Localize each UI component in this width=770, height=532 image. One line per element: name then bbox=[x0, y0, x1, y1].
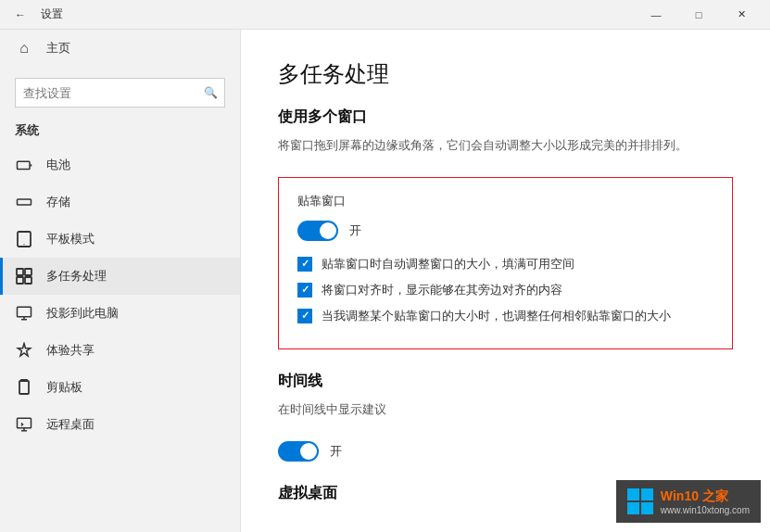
titlebar: ← 设置 — □ ✕ bbox=[0, 0, 770, 30]
subtitle-multiwindow: 使用多个窗口 bbox=[278, 108, 733, 127]
sidebar-item-project[interactable]: 投影到此电脑 bbox=[0, 295, 240, 332]
sidebar-item-remote-label: 远程桌面 bbox=[46, 416, 95, 433]
watermark-brand-suffix: 之家 bbox=[702, 488, 728, 503]
sidebar-item-tablet[interactable]: 平板模式 bbox=[0, 221, 240, 258]
sidebar-item-project-label: 投影到此电脑 bbox=[46, 305, 119, 322]
svg-rect-11 bbox=[18, 418, 32, 428]
back-button[interactable]: ← bbox=[7, 2, 33, 28]
snap-checkbox-input-2[interactable]: ✓ bbox=[297, 283, 312, 298]
watermark-brand-main: Win10 bbox=[661, 488, 699, 503]
watermark-url: www.win10xtong.com bbox=[661, 505, 750, 515]
sidebar-item-clipboard-label: 剪贴板 bbox=[46, 379, 82, 396]
win-tile-3 bbox=[627, 502, 639, 514]
svg-rect-10 bbox=[19, 381, 29, 394]
checkmark-1: ✓ bbox=[301, 258, 309, 270]
sidebar-item-multitask-label: 多任务处理 bbox=[46, 268, 107, 285]
snap-toggle-knob bbox=[320, 222, 336, 239]
win-tile-2 bbox=[641, 488, 653, 500]
close-button[interactable]: ✕ bbox=[720, 0, 763, 30]
sidebar-item-multitask[interactable]: 多任务处理 bbox=[0, 258, 240, 295]
restore-button[interactable]: □ bbox=[677, 0, 720, 30]
windows-logo bbox=[627, 488, 653, 514]
content-area: 多任务处理 使用多个窗口 将窗口拖到屏幕的边缘或角落，它们会自动调整大小以形成完… bbox=[241, 30, 770, 532]
minimize-button[interactable]: — bbox=[635, 0, 677, 30]
snap-section: 贴靠窗口 开 ✓ 贴靠窗口时自动调整窗口的大小，填满可用空间 ✓ 将窗口对齐时，… bbox=[278, 177, 733, 350]
snap-checkbox-label-1: 贴靠窗口时自动调整窗口的大小，填满可用空间 bbox=[322, 256, 574, 272]
sidebar-section-title: 系统 bbox=[0, 119, 240, 146]
main-layout: ⌂ 主页 🔍 系统 电池 存储 bbox=[0, 30, 770, 532]
snap-checkbox-3: ✓ 当我调整某个贴靠窗口的大小时，也调整任何相邻贴靠窗口的大小 bbox=[297, 308, 713, 324]
sidebar-item-battery[interactable]: 电池 bbox=[0, 146, 240, 184]
snap-toggle-row: 开 bbox=[297, 221, 713, 241]
subtitle-timeline: 时间线 bbox=[278, 372, 733, 391]
timeline-toggle[interactable] bbox=[278, 441, 319, 462]
tablet-icon bbox=[15, 230, 33, 248]
project-icon bbox=[15, 304, 33, 323]
sidebar-home-label: 主页 bbox=[46, 40, 70, 57]
sidebar: ⌂ 主页 🔍 系统 电池 存储 bbox=[0, 30, 241, 532]
desc-timeline: 在时间线中显示建议 bbox=[278, 400, 733, 419]
home-icon: ⌂ bbox=[15, 39, 33, 57]
snap-checkbox-label-2: 将窗口对齐时，显示能够在其旁边对齐的内容 bbox=[322, 282, 562, 298]
timeline-toggle-label: 开 bbox=[330, 443, 342, 460]
sidebar-item-clipboard[interactable]: 剪贴板 bbox=[0, 369, 240, 406]
titlebar-left: ← 设置 bbox=[7, 2, 635, 28]
search-icon: 🔍 bbox=[204, 86, 218, 99]
sidebar-item-storage-label: 存储 bbox=[46, 194, 70, 210]
svg-rect-9 bbox=[18, 307, 32, 317]
snap-checkbox-label-3: 当我调整某个贴靠窗口的大小时，也调整任何相邻贴靠窗口的大小 bbox=[322, 308, 671, 324]
titlebar-title: 设置 bbox=[41, 6, 63, 22]
battery-icon bbox=[15, 156, 33, 174]
experience-icon bbox=[15, 341, 33, 360]
watermark: Win10 之家 www.win10xtong.com bbox=[616, 480, 761, 523]
timeline-toggle-row: 开 bbox=[278, 441, 733, 462]
watermark-text-block: Win10 之家 www.win10xtong.com bbox=[661, 488, 750, 515]
timeline-section: 时间线 在时间线中显示建议 开 bbox=[278, 372, 733, 462]
sidebar-item-experience-label: 体验共享 bbox=[46, 342, 95, 359]
timeline-toggle-knob bbox=[300, 443, 317, 460]
snap-label: 贴靠窗口 bbox=[297, 193, 713, 209]
snap-toggle[interactable] bbox=[297, 221, 338, 241]
win-tile-1 bbox=[627, 488, 639, 500]
svg-rect-7 bbox=[17, 277, 23, 284]
page-title: 多任务处理 bbox=[278, 59, 733, 89]
storage-icon bbox=[15, 193, 33, 211]
sidebar-item-home[interactable]: ⌂ 主页 bbox=[0, 30, 240, 67]
snap-toggle-label: 开 bbox=[349, 222, 361, 239]
snap-checkbox-input-3[interactable]: ✓ bbox=[297, 309, 312, 323]
svg-rect-1 bbox=[18, 199, 32, 205]
snap-checkbox-2: ✓ 将窗口对齐时，显示能够在其旁边对齐的内容 bbox=[297, 282, 713, 298]
titlebar-controls: — □ ✕ bbox=[635, 0, 763, 30]
svg-rect-3 bbox=[18, 232, 31, 247]
search-input[interactable] bbox=[15, 78, 225, 108]
sidebar-item-storage[interactable]: 存储 bbox=[0, 184, 240, 221]
remote-icon bbox=[15, 415, 33, 434]
svg-rect-0 bbox=[18, 161, 31, 169]
svg-rect-8 bbox=[25, 277, 32, 284]
watermark-brand: Win10 之家 bbox=[661, 488, 728, 503]
clipboard-icon bbox=[15, 378, 33, 397]
snap-checkbox-input-1[interactable]: ✓ bbox=[297, 257, 312, 272]
desc-multiwindow: 将窗口拖到屏幕的边缘或角落，它们会自动调整大小以形成完美的并排排列。 bbox=[278, 136, 733, 155]
snap-checkbox-1: ✓ 贴靠窗口时自动调整窗口的大小，填满可用空间 bbox=[297, 256, 713, 272]
svg-rect-6 bbox=[25, 269, 32, 275]
sidebar-item-tablet-label: 平板模式 bbox=[46, 231, 95, 247]
sidebar-item-battery-label: 电池 bbox=[46, 157, 70, 173]
checkmark-3: ✓ bbox=[301, 310, 309, 322]
svg-rect-5 bbox=[17, 269, 23, 275]
sidebar-item-remote[interactable]: 远程桌面 bbox=[0, 406, 240, 443]
win-tile-4 bbox=[641, 502, 653, 514]
sidebar-search: 🔍 bbox=[15, 78, 225, 108]
sidebar-item-experience[interactable]: 体验共享 bbox=[0, 332, 240, 369]
multitask-icon bbox=[15, 267, 33, 285]
checkmark-2: ✓ bbox=[301, 284, 309, 296]
